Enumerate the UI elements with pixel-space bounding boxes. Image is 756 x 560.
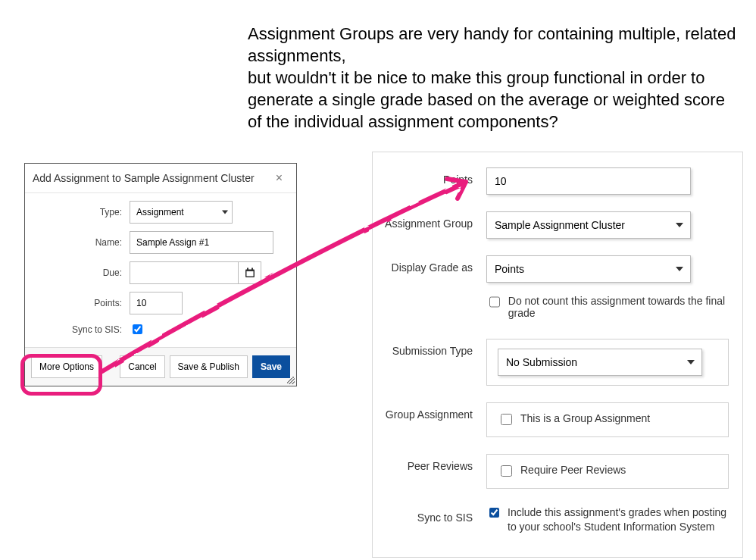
do-not-count-row[interactable]: Do not count this assignment towards the… [486, 295, 735, 319]
save-button[interactable]: Save [252, 355, 290, 378]
points-label: Points [380, 167, 486, 186]
name-label: Name: [31, 237, 130, 248]
submission-type-select[interactable]: No Submission [498, 349, 702, 376]
due-input[interactable] [130, 261, 239, 284]
points-input[interactable] [130, 292, 183, 314]
assignment-settings-form: Points Assignment Group Sample Assignmen… [372, 152, 743, 558]
sync-to-sis-label: Sync to SIS [380, 505, 486, 524]
save-publish-button[interactable]: Save & Publish [170, 355, 248, 378]
peer-reviews-checkbox[interactable] [501, 465, 512, 477]
more-options-button[interactable]: More Options [31, 355, 102, 378]
sync-to-sis-row[interactable]: Include this assignment's grades when po… [486, 505, 735, 534]
type-label: Type: [31, 207, 130, 217]
display-grade-as-select[interactable]: Points [486, 255, 691, 283]
close-icon[interactable]: × [271, 171, 287, 185]
peer-reviews-box: Require Peer Reviews [486, 454, 729, 489]
modal-footer: More Options Cancel Save & Publish Save [25, 347, 296, 386]
modal-header: Add Assignment to Sample Assignment Clus… [25, 164, 296, 193]
due-label: Due: [31, 267, 130, 278]
submission-type-box: No Submission [486, 339, 729, 386]
caption-text: Assignment Groups are very handy for con… [248, 23, 740, 133]
assignment-group-label: Assignment Group [380, 211, 486, 230]
points-field[interactable] [486, 167, 691, 195]
points-label: Points: [31, 298, 130, 308]
peer-reviews-row[interactable]: Require Peer Reviews [498, 464, 717, 479]
svg-rect-3 [251, 268, 253, 271]
sync-checkbox[interactable] [133, 324, 142, 334]
name-input[interactable] [130, 231, 273, 254]
group-assignment-box: This is a Group Assignment [486, 402, 729, 437]
cancel-button[interactable]: Cancel [120, 355, 164, 378]
caption-line2: but wouldn't it be nice to make this gro… [248, 68, 725, 131]
caption-line1: Assignment Groups are very handy for con… [248, 24, 736, 65]
do-not-count-checkbox[interactable] [489, 296, 500, 308]
peer-reviews-label: Peer Reviews [380, 454, 486, 472]
resize-handle[interactable] [287, 377, 295, 384]
peer-reviews-check-label: Require Peer Reviews [520, 464, 626, 476]
add-assignment-modal: Add Assignment to Sample Assignment Clus… [24, 163, 297, 386]
group-assignment-check-label: This is a Group Assignment [520, 412, 650, 424]
submission-type-label: Submission Type [380, 339, 486, 357]
group-assignment-checkbox[interactable] [501, 414, 512, 425]
svg-rect-2 [247, 268, 248, 271]
group-assignment-row[interactable]: This is a Group Assignment [498, 412, 717, 427]
assignment-group-select[interactable]: Sample Assignment Cluster [486, 211, 691, 239]
sync-label: Sync to SIS: [31, 324, 130, 335]
display-grade-as-label: Display Grade as [380, 255, 486, 274]
calendar-icon[interactable] [239, 261, 261, 284]
modal-body: Type: Assignment Name: Due: [25, 193, 296, 347]
group-assignment-label: Group Assignment [380, 402, 486, 421]
type-select[interactable]: Assignment [130, 201, 233, 224]
sync-to-sis-check-label: Include this assignment's grades when po… [508, 505, 735, 534]
svg-rect-1 [246, 271, 253, 277]
sync-to-sis-checkbox[interactable] [489, 507, 499, 518]
do-not-count-label: Do not count this assignment towards the… [508, 295, 735, 319]
modal-title: Add Assignment to Sample Assignment Clus… [33, 172, 255, 184]
